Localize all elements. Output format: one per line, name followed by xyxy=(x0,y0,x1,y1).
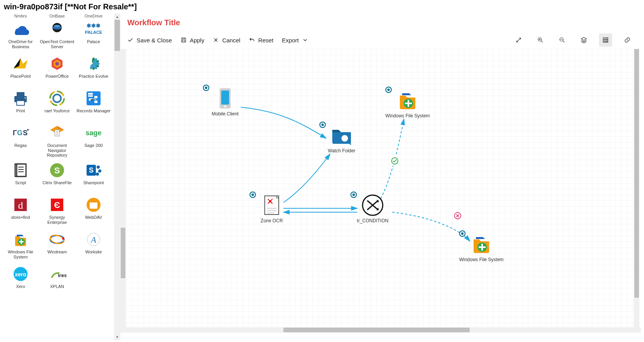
connector-item[interactable]: RMRecords Manager xyxy=(75,88,112,121)
svg-text:✱✱✱: ✱✱✱ xyxy=(87,23,101,29)
sidebar-item-cut[interactable]: OneDrive xyxy=(75,14,112,19)
connector-label: Print xyxy=(16,108,25,113)
connector-label: Worksite xyxy=(85,250,102,255)
apply-button[interactable]: Apply xyxy=(181,37,205,44)
connector-item[interactable]: ✱✱✱PALACEPalace xyxy=(75,19,112,52)
watch-folder-icon xyxy=(329,123,354,148)
node-selector-icon[interactable] xyxy=(459,230,466,237)
svg-point-24 xyxy=(27,129,29,131)
svg-rect-28 xyxy=(17,164,26,176)
connector-item[interactable]: sageSage 200 xyxy=(75,123,112,159)
grid-toggle-button[interactable] xyxy=(599,33,612,47)
svg-text:d: d xyxy=(18,200,23,211)
scroll-up-icon[interactable]: ▲ xyxy=(114,14,120,20)
connector-label: raet Youforce xyxy=(45,108,70,113)
connector-label: Windream xyxy=(47,250,67,255)
connector-item[interactable]: ЄSynergy Enterprise xyxy=(39,195,75,228)
node-selector-icon[interactable] xyxy=(350,191,357,198)
node-watch[interactable]: Watch Folder xyxy=(318,123,365,154)
connector-item[interactable]: PlacePoint xyxy=(2,54,39,87)
save-close-label: Save & Close xyxy=(137,37,172,44)
node-cond[interactable]: tr_CONDITION xyxy=(349,193,396,223)
connector-label: OneDrive for Business xyxy=(3,39,38,49)
node-selector-icon[interactable] xyxy=(203,84,210,91)
svg-rect-20 xyxy=(94,101,97,103)
connector-item[interactable]: ΓGSRegas xyxy=(2,123,39,159)
canvas-hscrollbar[interactable] xyxy=(120,327,641,333)
connector-label: Script xyxy=(15,180,26,185)
svg-text:Є: Є xyxy=(54,200,60,210)
workflow-title[interactable]: Workflow Title xyxy=(127,16,634,31)
zoom-out-button[interactable] xyxy=(555,33,569,47)
save-icon xyxy=(181,37,187,43)
reset-button[interactable]: Reset xyxy=(249,37,273,44)
svg-text:PALACE: PALACE xyxy=(85,30,102,35)
node-wfs2[interactable]: Windows File System xyxy=(458,232,505,262)
records-icon: RM xyxy=(84,89,103,108)
node-selector-icon[interactable] xyxy=(249,191,256,198)
canvas-vscrollbar[interactable] xyxy=(634,49,639,333)
connector-item[interactable]: SSharepoint xyxy=(75,160,112,193)
cancel-button[interactable]: Cancel xyxy=(213,37,240,44)
node-zoneocr[interactable]: Zone OCR xyxy=(248,193,295,223)
workflow-canvas[interactable]: Mobile ClientWatch FolderWindows File Sy… xyxy=(120,49,641,333)
mobile-icon xyxy=(213,86,238,111)
connector-item[interactable]: raet Youforce xyxy=(39,88,75,121)
sidebar-scrollbar[interactable]: ▲ ▼ xyxy=(114,14,120,340)
zoom-out-icon xyxy=(559,37,566,44)
sidebar-item-cut[interactable]: Nmbrs xyxy=(2,14,39,19)
connector-item[interactable]: Print xyxy=(2,88,39,121)
link-button[interactable] xyxy=(621,33,634,47)
connector-item[interactable]: iressXPLAN xyxy=(39,264,75,297)
export-button[interactable]: Export xyxy=(282,37,308,44)
windream-icon xyxy=(48,230,66,249)
node-selector-icon[interactable] xyxy=(385,86,392,93)
connector-item[interactable]: dstore+find xyxy=(2,195,39,228)
svg-point-11 xyxy=(24,97,26,99)
layers-button[interactable] xyxy=(577,33,590,47)
x-icon xyxy=(213,37,219,43)
fullscreen-button[interactable] xyxy=(512,33,525,47)
connector-item[interactable]: Document Navigator Repository xyxy=(39,123,75,159)
connector-item[interactable]: PowerOffice xyxy=(39,54,75,87)
svg-point-60 xyxy=(205,87,207,89)
svg-text:Γ: Γ xyxy=(13,129,17,137)
canvas-left-scrollbar[interactable] xyxy=(120,49,126,333)
sage-icon: sage xyxy=(84,124,103,142)
toolbar: Save & Close Apply Cancel Reset xyxy=(127,31,634,49)
svg-point-73 xyxy=(269,200,271,202)
svg-text:xero: xero xyxy=(15,271,26,277)
connector-item[interactable]: Windows File System xyxy=(2,229,39,262)
apply-label: Apply xyxy=(190,37,205,44)
condition-true-badge xyxy=(390,156,400,166)
connector-item[interactable]: Practice Evolve xyxy=(75,54,112,87)
connector-label: Practice Evolve xyxy=(79,74,108,79)
svg-point-2 xyxy=(54,25,60,27)
svg-point-14 xyxy=(53,94,61,102)
connector-item[interactable]: SCitrix ShareFile xyxy=(39,160,75,193)
zoom-in-button[interactable] xyxy=(534,33,547,47)
storefind-icon: d xyxy=(11,195,30,214)
connector-item[interactable]: OneDrive for Business xyxy=(2,19,39,52)
svg-text:S: S xyxy=(54,166,60,175)
svg-text:A: A xyxy=(90,235,96,244)
scroll-thumb[interactable] xyxy=(115,20,120,51)
svg-point-68 xyxy=(387,89,390,91)
svg-text:G: G xyxy=(17,129,23,137)
node-wfs1[interactable]: Windows File System xyxy=(384,88,431,119)
scroll-down-icon[interactable]: ▼ xyxy=(114,334,120,340)
save-close-button[interactable]: Save & Close xyxy=(127,37,172,44)
connector-item[interactable]: Script xyxy=(2,160,39,193)
connector-item[interactable]: AWorksite xyxy=(75,229,112,262)
node-selector-icon[interactable] xyxy=(319,121,326,128)
connector-item[interactable]: WebDAV xyxy=(75,195,112,228)
connector-item[interactable]: Windream xyxy=(39,229,75,262)
xplan-icon: iress xyxy=(48,265,66,283)
svg-rect-41 xyxy=(90,202,97,208)
connector-item[interactable]: xeroXero xyxy=(2,264,39,297)
link-icon xyxy=(624,37,631,44)
connector-item[interactable]: OpenText Content Server xyxy=(39,19,75,52)
sidebar-item-cut[interactable]: OnBase xyxy=(39,14,75,19)
node-label: Windows File System xyxy=(459,257,504,262)
node-mobile[interactable]: Mobile Client xyxy=(202,86,248,117)
